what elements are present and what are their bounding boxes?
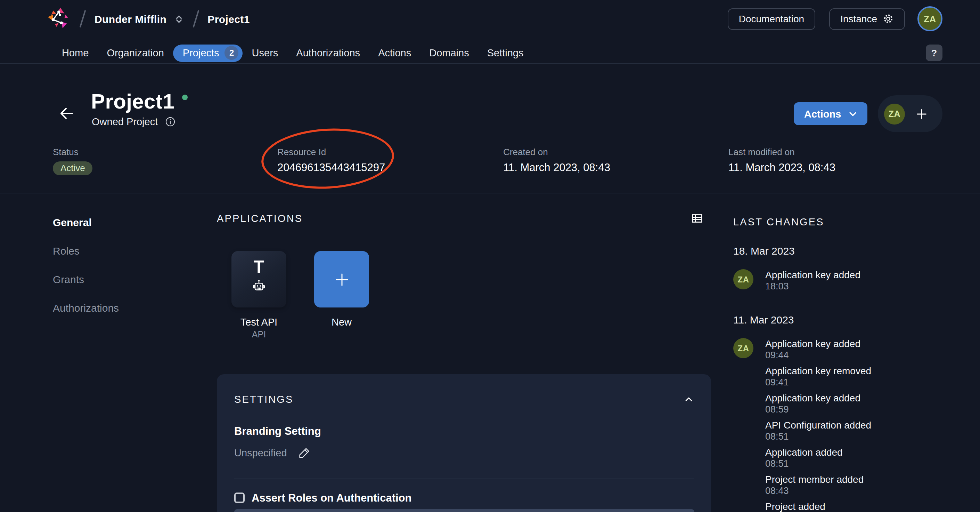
change-entry: Application key removed 09:41 — [733, 365, 963, 388]
branding-setting-label: Branding Setting — [234, 425, 694, 437]
settings-divider — [234, 479, 694, 479]
modified-meta: Last modified on 11. March 2023, 08:43 — [729, 147, 835, 174]
modified-label: Last modified on — [729, 147, 835, 158]
change-time: 08:51 — [765, 431, 871, 442]
change-entry: API Configuration added 08:51 — [733, 419, 963, 442]
change-title: Application key added — [765, 269, 861, 280]
modified-value: 11. March 2023, 08:43 — [729, 161, 835, 174]
gear-icon — [883, 13, 894, 24]
change-entry: Application added 08:51 — [733, 447, 963, 470]
change-time: 08:51 — [765, 458, 843, 470]
tab-actions[interactable]: Actions — [369, 44, 420, 62]
tab-projects[interactable]: Projects 2 — [173, 44, 243, 62]
assert-roles-checkbox[interactable] — [234, 493, 245, 503]
created-label: Created on — [503, 147, 610, 158]
info-icon[interactable] — [165, 116, 176, 127]
tab-home[interactable]: Home — [53, 44, 98, 62]
actions-button[interactable]: Actions — [794, 102, 867, 125]
change-entry: ZA Application key added 18:03 — [733, 269, 963, 292]
change-time: 09:44 — [765, 350, 861, 361]
tab-authorizations[interactable]: Authorizations — [287, 44, 369, 62]
chevron-up-icon — [683, 394, 694, 405]
unfold-more-icon — [173, 14, 184, 24]
status-label: Status — [53, 147, 93, 158]
new-app-tile — [314, 251, 369, 308]
resource-id-value: 204696135443415297 — [277, 161, 385, 174]
instance-button[interactable]: Instance — [829, 8, 905, 30]
change-text: Application added 08:51 — [765, 447, 843, 470]
change-title: Application added — [765, 447, 843, 458]
help-button[interactable]: ? — [926, 45, 942, 61]
app-card-tile: T — [231, 251, 286, 308]
last-changes-panel: LAST CHANGES 18. Mar 2023 ZA Application… — [733, 216, 963, 512]
plus-icon — [332, 270, 351, 288]
branding-setting-row: Unspecified — [234, 446, 694, 460]
tab-projects-label: Projects — [183, 44, 219, 62]
user-avatar-initials: ZA — [924, 14, 936, 24]
app-type: API — [231, 330, 286, 340]
collapse-settings-button[interactable] — [683, 394, 694, 405]
resource-id-meta: Resource Id 204696135443415297 — [277, 147, 385, 174]
table-view-toggle[interactable] — [691, 212, 703, 225]
change-time: 18:03 — [765, 281, 861, 292]
change-date: 18. Mar 2023 — [733, 245, 963, 257]
status-badge: Active — [53, 161, 93, 175]
member-avatar: ZA — [884, 103, 905, 124]
last-changes-heading: LAST CHANGES — [733, 216, 963, 228]
change-date: 11. Mar 2023 — [733, 314, 963, 326]
tab-settings[interactable]: Settings — [478, 44, 533, 62]
project-members-pill[interactable]: ZA — [878, 95, 942, 132]
pencil-icon — [298, 446, 311, 460]
user-avatar[interactable]: ZA — [918, 6, 942, 31]
settings-card-header: SETTINGS — [234, 394, 694, 405]
breadcrumb-project[interactable]: Project1 — [207, 13, 250, 25]
change-title: API Configuration added — [765, 419, 871, 431]
main-nav: Home Organization Projects 2 Users Autho… — [0, 38, 980, 64]
change-title: Application key added — [765, 338, 861, 349]
resource-id-label: Resource Id — [277, 147, 385, 158]
applications-header: APPLICATIONS — [217, 212, 703, 225]
sidebar-item-general[interactable]: General — [53, 216, 119, 228]
change-entry: ZA Application key added 09:44 — [733, 338, 963, 361]
project-type: Owned Project — [92, 116, 176, 127]
tab-organization[interactable]: Organization — [98, 44, 173, 62]
new-app-card[interactable]: New — [314, 251, 369, 340]
change-text: Application key removed 09:41 — [765, 365, 871, 388]
status-meta: Status Active — [53, 147, 93, 175]
clipped-panel-edge — [234, 509, 694, 512]
project-side-nav: General Roles Grants Authorizations — [53, 216, 119, 330]
change-time: 08:43 — [765, 486, 864, 497]
breadcrumb-separator — [192, 10, 199, 28]
topbar: Dunder Mifflin Project1 Documentation In… — [0, 0, 980, 38]
app-card-test-api[interactable]: T Test API API — [231, 251, 286, 340]
change-text: Project added 08:43 — [765, 501, 826, 512]
branding-setting-value: Unspecified — [234, 447, 287, 459]
created-meta: Created on 11. March 2023, 08:43 — [503, 147, 610, 174]
assert-roles-label: Assert Roles on Authentication — [251, 491, 412, 504]
app-name: Test API — [231, 316, 286, 329]
change-time: 09:41 — [765, 377, 871, 388]
assert-roles-option[interactable]: Assert Roles on Authentication — [234, 491, 694, 504]
change-title: Application key removed — [765, 365, 871, 376]
change-title: Application key added — [765, 392, 861, 404]
edit-branding-button[interactable] — [298, 446, 311, 460]
org-switcher[interactable]: Dunder Mifflin — [94, 13, 184, 25]
breadcrumb-separator — [79, 10, 86, 28]
sidebar-item-grants[interactable]: Grants — [53, 273, 119, 285]
back-button[interactable] — [58, 105, 75, 122]
documentation-button[interactable]: Documentation — [728, 8, 815, 30]
sidebar-item-authorizations[interactable]: Authorizations — [53, 302, 119, 314]
sidebar-item-roles[interactable]: Roles — [53, 245, 119, 257]
project-type-label: Owned Project — [92, 116, 158, 127]
instance-button-label: Instance — [840, 13, 877, 24]
change-text: Project member added 08:43 — [765, 474, 864, 497]
add-member-icon[interactable] — [915, 107, 929, 121]
table-view-icon — [691, 212, 703, 225]
projects-count-badge: 2 — [225, 46, 239, 60]
app-initial: T — [254, 256, 264, 277]
zitadel-logo-icon[interactable] — [47, 7, 71, 30]
change-time: 08:59 — [765, 404, 861, 415]
tab-domains[interactable]: Domains — [420, 44, 478, 62]
actions-button-label: Actions — [804, 108, 841, 119]
tab-users[interactable]: Users — [243, 44, 287, 62]
